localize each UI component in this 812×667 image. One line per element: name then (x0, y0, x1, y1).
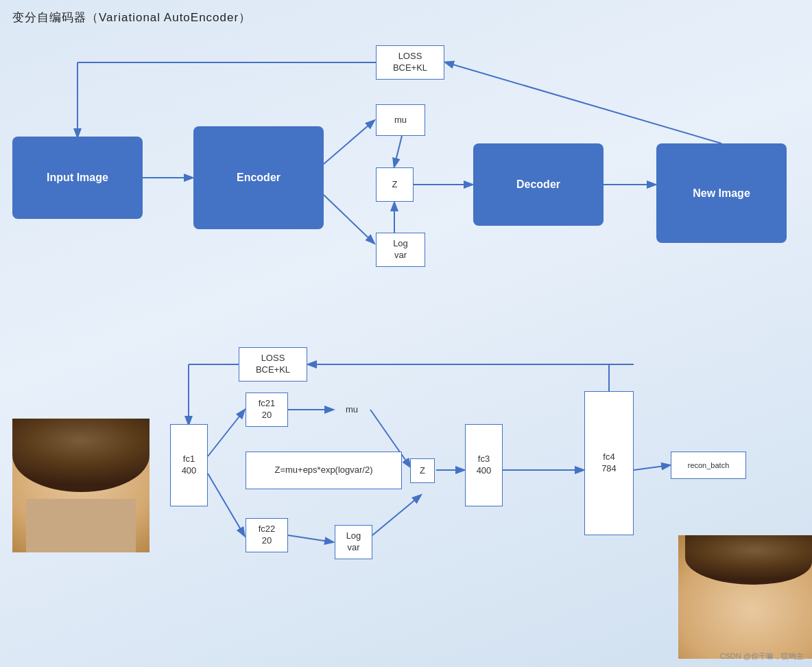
mu-label-bottom: mu (335, 399, 369, 420)
z-box-top: Z (376, 167, 414, 202)
encoder-box: Encoder (193, 126, 324, 229)
svg-line-13 (208, 410, 244, 456)
mu-box-top: mu (376, 104, 425, 136)
fc21-box: fc21 20 (246, 393, 288, 427)
fc1-box: fc1 400 (170, 424, 208, 506)
decoder-box: Decoder (473, 143, 604, 226)
fc3-box: fc3 400 (465, 424, 503, 506)
loss-box-top: LOSS BCE+KL (376, 45, 444, 80)
bottom-diagram: LOSS BCE+KL fc1 400 fc21 20 mu Z=mu+eps*… (0, 323, 812, 659)
new-image-box: New Image (656, 143, 787, 243)
svg-line-18 (372, 495, 420, 535)
input-image-box: Input Image (12, 137, 143, 219)
baby-face-left-img (12, 419, 150, 552)
z-label-bottom: Z (410, 458, 435, 483)
svg-line-1 (324, 121, 374, 164)
photo-right (678, 535, 812, 659)
photo-left (12, 419, 150, 552)
top-diagram: Input Image Encoder LOSS BCE+KL mu Z Log… (0, 30, 812, 305)
svg-line-21 (634, 465, 669, 470)
baby-face-right-img (678, 535, 812, 659)
svg-line-17 (288, 535, 333, 542)
page-title: 变分自编码器（Variational AutoEncoder） (12, 10, 251, 25)
logvar-box-top: Log var (376, 233, 425, 267)
svg-line-2 (324, 195, 374, 243)
z-formula-box: Z=mu+eps*exp(logvar/2) (246, 452, 402, 489)
recon-batch-label: recon_batch (671, 452, 746, 479)
loss-box-bottom: LOSS BCE+KL (239, 347, 307, 382)
fc22-box: fc22 20 (246, 518, 288, 552)
watermark: CSDN @你干嘛，哎哟主 (720, 651, 804, 662)
svg-line-3 (394, 136, 402, 166)
svg-line-7 (446, 62, 721, 143)
svg-line-14 (208, 473, 244, 535)
fc4-box: fc4 784 (584, 391, 634, 535)
logvar-label-bottom: Log var (335, 525, 372, 559)
